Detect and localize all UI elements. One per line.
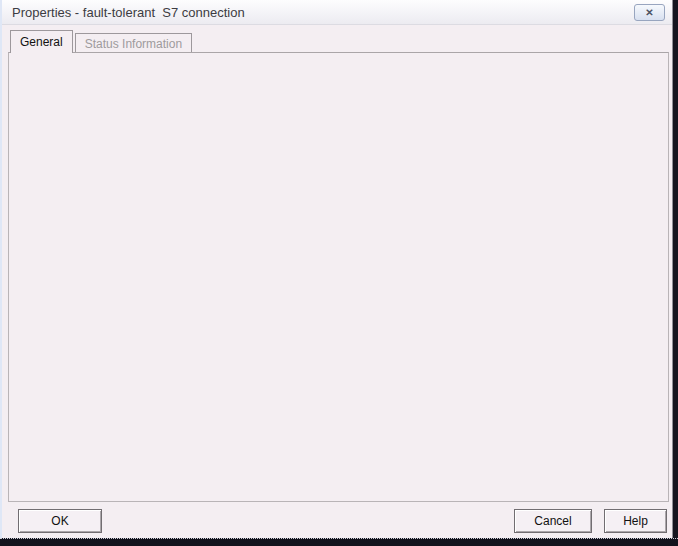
- tab-general-label: General: [20, 35, 63, 49]
- window-title: Properties - fault-tolerant S7 connectio…: [12, 5, 245, 20]
- properties-dialog: Properties - fault-tolerant S7 connectio…: [0, 0, 673, 539]
- tab-strip: General Status Information: [10, 30, 194, 53]
- cancel-button[interactable]: Cancel: [514, 509, 592, 533]
- title-bar[interactable]: Properties - fault-tolerant S7 connectio…: [2, 0, 672, 25]
- close-icon: ✕: [645, 8, 653, 18]
- general-tab-page: [8, 52, 669, 502]
- tab-status-information-label: Status Information: [85, 37, 182, 51]
- desktop-edge: [0, 538, 678, 546]
- help-button[interactable]: Help: [604, 509, 667, 533]
- close-button[interactable]: ✕: [634, 4, 665, 21]
- tab-status-information[interactable]: Status Information: [75, 33, 192, 53]
- ok-button[interactable]: OK: [18, 509, 102, 533]
- tab-general[interactable]: General: [10, 30, 73, 53]
